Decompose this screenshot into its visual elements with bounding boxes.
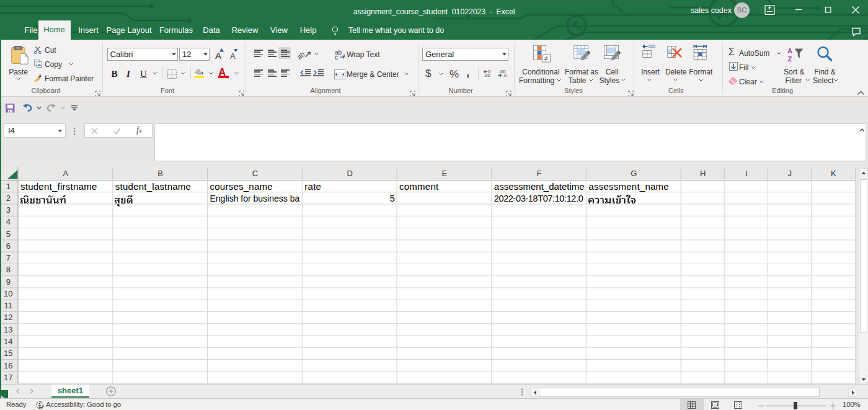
svg-text:A: A [787,47,792,55]
svg-text:Z: Z [788,55,792,63]
svg-text:≠: ≠ [544,55,547,62]
svg-text:ab: ab [296,50,306,61]
svg-text:.00: .00 [484,73,490,78]
svg-text:c: c [335,54,338,61]
